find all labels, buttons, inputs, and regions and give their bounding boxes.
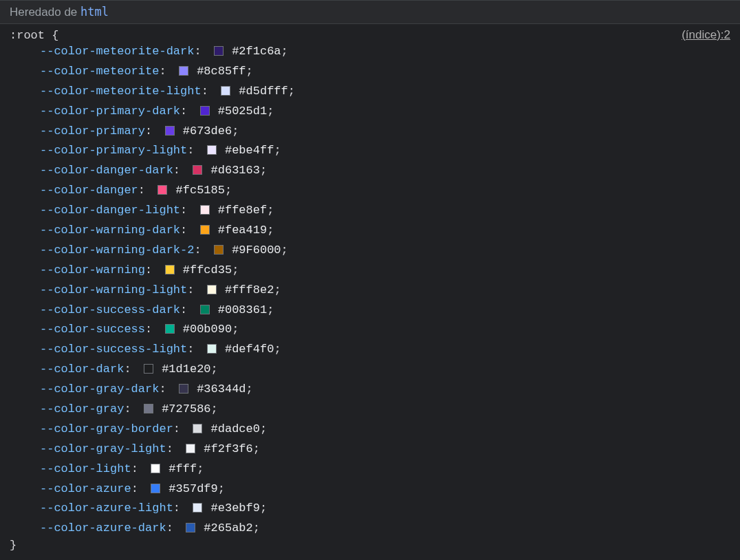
property-name[interactable]: --color-azure-dark bbox=[40, 521, 166, 535]
css-declaration[interactable]: --color-azure-dark: #265ab2; bbox=[40, 519, 730, 539]
css-declaration[interactable]: --color-warning-dark-2: #9F6000; bbox=[40, 241, 730, 261]
color-swatch-icon[interactable] bbox=[207, 145, 217, 155]
property-name[interactable]: --color-meteorite-light bbox=[40, 85, 202, 98]
color-swatch-icon[interactable] bbox=[193, 424, 202, 433]
css-declaration[interactable]: --color-warning-dark: #fea419; bbox=[40, 221, 730, 241]
property-name[interactable]: --color-gray bbox=[40, 402, 124, 416]
property-name[interactable]: --color-gray-light bbox=[40, 442, 166, 455]
css-declaration[interactable]: --color-danger: #fc5185; bbox=[40, 181, 730, 201]
color-swatch-icon[interactable] bbox=[179, 66, 188, 76]
color-swatch-icon[interactable] bbox=[200, 205, 210, 215]
css-declaration[interactable]: --color-light: #fff; bbox=[40, 460, 730, 480]
property-value[interactable]: #727586 bbox=[162, 402, 210, 416]
property-name[interactable]: --color-meteorite-dark bbox=[40, 45, 194, 58]
color-swatch-icon[interactable] bbox=[165, 126, 175, 136]
property-name[interactable]: --color-primary-light bbox=[40, 144, 187, 157]
property-value[interactable]: #fc5185 bbox=[176, 184, 225, 197]
css-declaration[interactable]: --color-gray: #727586; bbox=[40, 400, 730, 420]
property-value[interactable]: #d63163 bbox=[211, 164, 260, 177]
css-declaration[interactable]: --color-success-dark: #008361; bbox=[40, 301, 730, 321]
selector-line[interactable]: :root { bbox=[10, 29, 58, 42]
color-swatch-icon[interactable] bbox=[151, 484, 160, 493]
color-swatch-icon[interactable] bbox=[186, 523, 195, 532]
color-swatch-icon[interactable] bbox=[165, 265, 175, 274]
source-link[interactable]: (índice):2 bbox=[682, 28, 730, 42]
css-declaration[interactable]: --color-danger-dark: #d63163; bbox=[40, 161, 730, 181]
property-name[interactable]: --color-gray-dark bbox=[40, 383, 159, 396]
property-name[interactable]: --color-success-dark bbox=[40, 303, 180, 316]
property-name[interactable]: --color-danger-light bbox=[40, 204, 180, 217]
color-swatch-icon[interactable] bbox=[200, 225, 210, 235]
property-name[interactable]: --color-gray-border bbox=[40, 422, 173, 435]
inherited-from-link[interactable]: html bbox=[80, 5, 109, 19]
css-declaration[interactable]: --color-gray-light: #f2f3f6; bbox=[40, 440, 730, 460]
css-declaration[interactable]: --color-danger-light: #ffe8ef; bbox=[40, 201, 730, 221]
property-name[interactable]: --color-success bbox=[40, 323, 145, 336]
css-declaration[interactable]: --color-primary: #673de6; bbox=[40, 122, 730, 142]
property-value[interactable]: #fff8e2 bbox=[225, 283, 274, 297]
property-value[interactable]: #ffcd35 bbox=[183, 263, 232, 277]
color-swatch-icon[interactable] bbox=[200, 106, 210, 116]
css-declaration[interactable]: --color-meteorite: #8c85ff; bbox=[40, 62, 730, 82]
color-swatch-icon[interactable] bbox=[214, 46, 224, 56]
color-swatch-icon[interactable] bbox=[165, 324, 175, 334]
property-value[interactable]: #5025d1 bbox=[218, 105, 267, 118]
property-value[interactable]: #d5dfff bbox=[239, 85, 287, 98]
property-name[interactable]: --color-light bbox=[40, 462, 131, 475]
css-declaration[interactable]: --color-warning: #ffcd35; bbox=[40, 261, 730, 281]
property-name[interactable]: --color-azure bbox=[40, 482, 131, 495]
color-swatch-icon[interactable] bbox=[144, 404, 153, 413]
css-declaration[interactable]: --color-azure-light: #e3ebf9; bbox=[40, 499, 730, 519]
property-name[interactable]: --color-azure-light bbox=[40, 502, 173, 515]
property-name[interactable]: --color-dark bbox=[40, 363, 124, 376]
css-declaration[interactable]: --color-meteorite-dark: #2f1c6a; bbox=[40, 42, 730, 62]
property-value[interactable]: #fea419 bbox=[218, 224, 267, 237]
css-declaration[interactable]: --color-meteorite-light: #d5dfff; bbox=[40, 82, 730, 102]
property-name[interactable]: --color-warning bbox=[40, 263, 145, 277]
color-swatch-icon[interactable] bbox=[179, 384, 188, 394]
property-value[interactable]: #2f1c6a bbox=[232, 45, 281, 58]
property-value[interactable]: #9F6000 bbox=[232, 244, 281, 257]
property-name[interactable]: --color-warning-light bbox=[40, 283, 187, 297]
color-swatch-icon[interactable] bbox=[214, 245, 224, 255]
property-name[interactable]: --color-meteorite bbox=[40, 65, 159, 78]
property-value[interactable]: #ebe4ff bbox=[225, 144, 274, 157]
css-declaration[interactable]: --color-success: #00b090; bbox=[40, 320, 730, 340]
property-name[interactable]: --color-danger bbox=[40, 184, 138, 197]
property-name[interactable]: --color-danger-dark bbox=[40, 164, 173, 177]
property-name[interactable]: --color-success-light bbox=[40, 343, 187, 356]
property-value[interactable]: #ffe8ef bbox=[218, 204, 267, 217]
property-value[interactable]: #357df9 bbox=[168, 482, 217, 495]
property-value[interactable]: #fff bbox=[168, 462, 197, 475]
property-value[interactable]: #8c85ff bbox=[197, 65, 246, 78]
property-value[interactable]: #def4f0 bbox=[225, 343, 274, 356]
property-value[interactable]: #36344d bbox=[197, 383, 246, 396]
property-name[interactable]: --color-primary bbox=[40, 125, 145, 138]
css-declaration[interactable]: --color-primary-dark: #5025d1; bbox=[40, 102, 730, 122]
color-swatch-icon[interactable] bbox=[157, 185, 167, 195]
css-declaration[interactable]: --color-primary-light: #ebe4ff; bbox=[40, 141, 730, 161]
color-swatch-icon[interactable] bbox=[221, 86, 230, 96]
color-swatch-icon[interactable] bbox=[207, 285, 217, 294]
css-declaration[interactable]: --color-success-light: #def4f0; bbox=[40, 340, 730, 360]
color-swatch-icon[interactable] bbox=[200, 305, 210, 314]
color-swatch-icon[interactable] bbox=[193, 165, 202, 175]
property-value[interactable]: #00b090 bbox=[183, 323, 232, 336]
color-swatch-icon[interactable] bbox=[193, 503, 202, 513]
property-name[interactable]: --color-warning-dark-2 bbox=[40, 244, 194, 257]
color-swatch-icon[interactable] bbox=[144, 364, 153, 374]
color-swatch-icon[interactable] bbox=[186, 444, 195, 453]
css-declaration[interactable]: --color-dark: #1d1e20; bbox=[40, 360, 730, 380]
css-declaration[interactable]: --color-azure: #357df9; bbox=[40, 480, 730, 499]
property-value[interactable]: #f2f3f6 bbox=[204, 442, 252, 455]
css-declaration[interactable]: --color-warning-light: #fff8e2; bbox=[40, 281, 730, 301]
property-value[interactable]: #673de6 bbox=[183, 125, 232, 138]
color-swatch-icon[interactable] bbox=[151, 464, 160, 473]
property-value[interactable]: #265ab2 bbox=[204, 521, 252, 535]
property-value[interactable]: #e3ebf9 bbox=[211, 502, 260, 515]
css-declaration[interactable]: --color-gray-dark: #36344d; bbox=[40, 380, 730, 400]
property-value[interactable]: #008361 bbox=[218, 303, 267, 316]
property-value[interactable]: #1d1e20 bbox=[162, 363, 210, 376]
property-value[interactable]: #dadce0 bbox=[211, 422, 260, 435]
css-declaration[interactable]: --color-gray-border: #dadce0; bbox=[40, 420, 730, 440]
